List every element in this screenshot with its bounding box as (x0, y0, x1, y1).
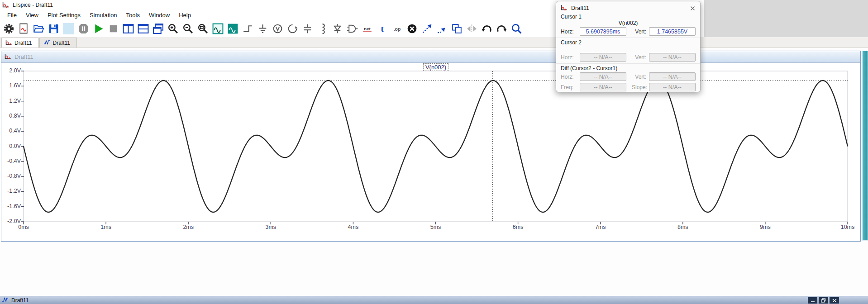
save-icon[interactable] (47, 22, 61, 36)
menu-window[interactable]: Window (144, 10, 174, 20)
window-controls (808, 297, 839, 304)
schematic-tab-icon (43, 39, 50, 47)
menu-tools[interactable]: Tools (122, 10, 144, 20)
menu-simulation[interactable]: Simulation (85, 10, 122, 20)
freq-slope-row: Freq: -- N/A-- Slope: -- N/A-- (556, 82, 700, 92)
zoom-full-icon[interactable] (196, 22, 210, 36)
copy-icon[interactable] (450, 22, 464, 36)
wire-icon[interactable] (241, 22, 255, 36)
waveform-tab-icon (5, 39, 12, 47)
scrollbar-thumb[interactable] (863, 51, 868, 240)
close-icon[interactable] (689, 5, 696, 11)
drag-icon[interactable] (435, 22, 449, 36)
mirror-icon[interactable] (465, 22, 479, 36)
text-icon[interactable]: t (375, 22, 389, 36)
waveform-window: Draft11 2.0V1.6V1.2V0.8V0.4V0.0V-0.4V-0.… (1, 51, 861, 242)
freq-label: Freq: (561, 84, 578, 90)
cursor-dialog-title: Draft11 (571, 5, 686, 11)
close-button[interactable] (830, 297, 839, 304)
voltage-probe-icon[interactable] (271, 22, 285, 36)
vertical-scrollbar[interactable] (862, 51, 868, 241)
restore-button[interactable] (819, 297, 828, 304)
cascade-windows-icon[interactable] (151, 22, 165, 36)
slope-label: Slope: (632, 84, 647, 90)
svg-text:t: t (381, 24, 384, 33)
component-icon[interactable] (345, 22, 359, 36)
spice-directive-icon[interactable]: .op (390, 22, 404, 36)
run-icon[interactable] (91, 22, 105, 36)
schematic-window-title: Draft11 (11, 297, 29, 304)
redo-icon[interactable] (495, 22, 509, 36)
ltspice-window: LTspice - Draft11 File View Plot Setting… (0, 0, 868, 304)
waveform-window-icon (5, 53, 11, 61)
slope-value: -- N/A-- (649, 83, 696, 91)
cursor1-section-label: Cursor 1 (556, 12, 700, 20)
ground-icon[interactable] (256, 22, 270, 36)
zoom-in-icon[interactable] (166, 22, 180, 36)
freq-value: -- N/A-- (580, 83, 626, 91)
tab-label: Draft11 (14, 40, 32, 46)
cursor1-readout-row: Horz: 5.6907895ms Vert: 1.7465855V (556, 26, 700, 37)
plot-area[interactable]: 2.0V1.6V1.2V0.8V0.4V0.0V-0.4V-0.8V-1.2V-… (1, 63, 860, 241)
inductor-icon[interactable] (315, 22, 329, 36)
trace-label[interactable]: V(n002) (423, 63, 448, 71)
waveform-trace[interactable] (24, 81, 848, 212)
cursor-dialog-icon (561, 5, 568, 12)
cursor-dialog: Draft11 Cursor 1 V(n002) Horz: 5.6907895… (556, 1, 701, 92)
cursor1-horz-value: 5.6907895ms (580, 27, 626, 36)
move-icon[interactable] (420, 22, 434, 36)
menu-help[interactable]: Help (174, 10, 196, 20)
pause-icon[interactable] (76, 22, 91, 36)
waveform-window-titlebar[interactable]: Draft11 (1, 51, 860, 63)
document-tabbar: Draft11 Draft11 (0, 37, 868, 48)
waveform-plot[interactable] (1, 63, 854, 241)
net-label-icon[interactable]: net (360, 22, 374, 36)
cursor-dialog-titlebar[interactable]: Draft11 (556, 1, 700, 12)
svg-text:.op: .op (394, 26, 401, 31)
horz-label: Horz: (561, 28, 578, 35)
schematic-window-titlebar[interactable]: Draft11 (0, 296, 868, 304)
waveform-window-title: Draft11 (14, 53, 33, 60)
plot-settings-icon[interactable] (226, 22, 240, 36)
tile-vertical-icon[interactable] (121, 22, 135, 36)
halt-icon[interactable] (106, 22, 120, 36)
diode-icon[interactable] (330, 22, 344, 36)
capacitor-icon[interactable] (300, 22, 315, 36)
cursor2-readout-row: Horz: -- N/A-- Vert: -- N/A-- (556, 52, 700, 62)
menu-file[interactable]: File (3, 10, 21, 20)
autorange-icon[interactable] (211, 22, 225, 36)
tile-horizontal-icon[interactable] (136, 22, 150, 36)
cursor2-vert-value: -- N/A-- (649, 53, 696, 62)
menu-plot-settings[interactable]: Plot Settings (43, 10, 85, 20)
cursor2-trace-name (556, 46, 700, 52)
minimize-button[interactable] (808, 297, 817, 304)
settings-gear-icon[interactable] (2, 22, 16, 36)
toolbar-spacer (62, 22, 76, 36)
cursor1-vert-value: 1.7465855V (649, 27, 696, 36)
vert-label: Vert: (632, 28, 647, 35)
cursor1-trace-name: V(n002) (556, 20, 700, 26)
ltspice-logo-icon (2, 1, 10, 9)
window-title: LTspice - Draft11 (13, 2, 53, 8)
diff-section-label: Diff (Cursor2 - Cursor1) (556, 63, 700, 71)
vert-label: Vert: (632, 74, 647, 80)
cursor2-section-label: Cursor 2 (556, 38, 700, 46)
zoom-out-icon[interactable] (181, 22, 195, 36)
vert-label: Vert: (632, 54, 647, 61)
undo-icon[interactable] (480, 22, 494, 36)
diff-horz-value: -- N/A-- (580, 72, 626, 81)
diff-readout-row: Horz: -- N/A-- Vert: -- N/A-- (556, 71, 700, 82)
current-probe-icon[interactable] (286, 22, 300, 36)
delete-icon[interactable] (405, 22, 419, 36)
open-folder-icon[interactable] (32, 22, 46, 36)
new-schematic-icon[interactable] (17, 22, 31, 36)
cursor2-horz-value: -- N/A-- (580, 53, 626, 62)
tab-draft11-waveform[interactable]: Draft11 (1, 38, 38, 48)
schematic-window-icon (2, 297, 9, 304)
menu-view[interactable]: View (21, 10, 43, 20)
tab-label: Draft11 (52, 40, 70, 46)
diff-vert-value: -- N/A-- (649, 72, 696, 81)
tab-draft11-schematic[interactable]: Draft11 (39, 38, 76, 48)
find-icon[interactable] (510, 22, 524, 36)
horz-label: Horz: (561, 74, 578, 80)
